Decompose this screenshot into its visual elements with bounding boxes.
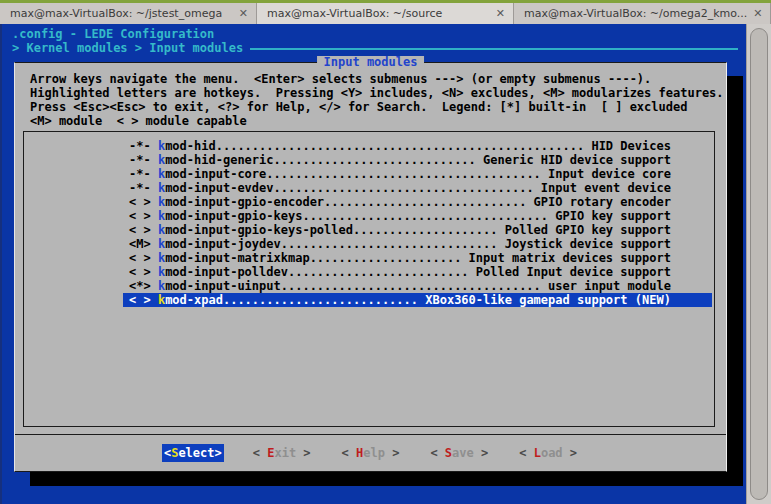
module-list: -*- kmod-hid............................… bbox=[24, 132, 714, 307]
terminal-screen: .config - LEDE Configuration > Kernel mo… bbox=[0, 24, 746, 504]
instruction-line: <M> module < > module capable bbox=[30, 114, 726, 128]
tab-close-icon[interactable]: ✕ bbox=[753, 7, 762, 20]
list-item-kmod-input-gpio-keys[interactable]: < > kmod-input-gpio-keys................… bbox=[123, 209, 712, 223]
list-item-kmod-input-gpio-encoder[interactable]: < > kmod-input-gpio-encoder.............… bbox=[123, 195, 712, 209]
tab-omega2-kmod[interactable]: max@max-VirtualBox: ~/omega2_kmo... ✕ bbox=[514, 3, 771, 24]
scrollbar-thumb[interactable] bbox=[750, 28, 768, 500]
list-item-kmod-xpad[interactable]: < > kmod-xpad...........................… bbox=[123, 293, 712, 307]
list-item-kmod-input-polldev[interactable]: < > kmod-input-polldev..................… bbox=[123, 265, 712, 279]
breadcrumb: > Kernel modules > Input modules bbox=[12, 41, 243, 55]
instruction-line: Arrow keys navigate the menu. <Enter> se… bbox=[30, 72, 726, 86]
input-modules-dialog: Input modules Arrow keys navigate the me… bbox=[14, 62, 727, 472]
hotkey-letter: L bbox=[534, 446, 541, 460]
list-item-kmod-input-matrixkmap[interactable]: < > kmod-input-matrixkmap...............… bbox=[123, 251, 712, 265]
help-button[interactable]: < Help > bbox=[340, 444, 402, 462]
list-item-kmod-input-core[interactable]: -*- kmod-input-core.....................… bbox=[123, 167, 712, 181]
list-item-kmod-hid-generic[interactable]: -*- kmod-hid-generic....................… bbox=[123, 153, 712, 167]
menuconfig-breadcrumb-row: > Kernel modules > Input modules bbox=[12, 41, 738, 55]
load-button[interactable]: < Load > bbox=[517, 444, 579, 462]
dialog-instructions: Arrow keys navigate the menu. <Enter> se… bbox=[15, 63, 726, 128]
dialog-button-bar: <Select>< Exit >< Help >< Save >< Load > bbox=[15, 434, 726, 471]
hotkey-letter: S bbox=[445, 446, 452, 460]
exit-button[interactable]: < Exit > bbox=[251, 444, 313, 462]
terminal-scrollbar[interactable] bbox=[746, 24, 771, 504]
list-item-kmod-input-joydev[interactable]: <M> kmod-input-joydev...................… bbox=[123, 237, 712, 251]
terminal-window: max@max-VirtualBox: ~/jstest_omega ✕ max… bbox=[0, 0, 771, 504]
tab-title: max@max-VirtualBox: ~/jstest_omega bbox=[10, 7, 222, 20]
instruction-line: Press <Esc><Esc> to exit, <?> for Help, … bbox=[30, 100, 726, 114]
tab-jstest-omega[interactable]: max@max-VirtualBox: ~/jstest_omega ✕ bbox=[0, 3, 257, 24]
list-item-kmod-input-gpio-keys-polled[interactable]: < > kmod-input-gpio-keys-polled.........… bbox=[123, 223, 712, 237]
breadcrumb-rule bbox=[250, 48, 738, 50]
dialog-title: Input modules bbox=[317, 56, 425, 69]
save-button[interactable]: < Save > bbox=[428, 444, 490, 462]
module-listbox: -*- kmod-hid............................… bbox=[23, 131, 715, 427]
list-item-kmod-hid[interactable]: -*- kmod-hid............................… bbox=[123, 139, 712, 153]
menuconfig-backtitle: .config - LEDE Configuration bbox=[12, 27, 214, 41]
tab-title: max@max-VirtualBox: ~/source bbox=[267, 7, 442, 20]
instruction-line: Highlighted letters are hotkeys. Pressin… bbox=[30, 86, 726, 100]
tab-title: max@max-VirtualBox: ~/omega2_kmo... bbox=[524, 7, 747, 20]
terminal-tab-bar: max@max-VirtualBox: ~/jstest_omega ✕ max… bbox=[0, 3, 771, 24]
select-button[interactable]: <Select> bbox=[162, 444, 224, 462]
tab-close-icon[interactable]: ✕ bbox=[239, 7, 248, 20]
list-item-kmod-input-uinput[interactable]: <*> kmod-input-uinput...................… bbox=[123, 279, 712, 293]
list-item-kmod-input-evdev[interactable]: -*- kmod-input-evdev....................… bbox=[123, 181, 712, 195]
tab-source[interactable]: max@max-VirtualBox: ~/source ✕ bbox=[257, 3, 514, 24]
tab-close-icon[interactable]: ✕ bbox=[496, 7, 505, 20]
